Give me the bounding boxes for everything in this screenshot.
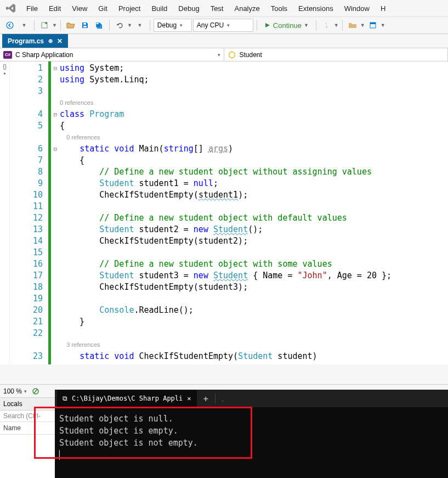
- code-line[interactable]: CheckIfStudentEmpty(student3);: [60, 282, 448, 293]
- new-item-button[interactable]: [38, 19, 51, 32]
- code-line[interactable]: class Program: [60, 109, 448, 120]
- fold-toggle[interactable]: [51, 328, 60, 339]
- code-line[interactable]: [60, 247, 448, 258]
- fold-toggle[interactable]: [51, 74, 60, 86]
- fold-toggle[interactable]: ⊟: [51, 143, 60, 155]
- code-line[interactable]: // Define a new student object without a…: [60, 166, 448, 178]
- fold-toggle[interactable]: [51, 86, 60, 97]
- fold-toggle[interactable]: [51, 247, 60, 258]
- svg-rect-2: [83, 23, 86, 25]
- fold-toggle[interactable]: [51, 235, 60, 247]
- fold-toggle[interactable]: [51, 201, 60, 212]
- code-line[interactable]: Console.ReadLine();: [60, 305, 448, 316]
- redo-button[interactable]: ▼: [133, 19, 146, 32]
- menu-project[interactable]: Project: [113, 2, 146, 15]
- no-issues-icon[interactable]: [29, 385, 42, 398]
- code-line[interactable]: Student student1 = null;: [60, 178, 448, 189]
- codelens[interactable]: 0 references: [60, 132, 448, 143]
- fold-toggle[interactable]: [51, 224, 60, 235]
- fold-toggle[interactable]: [51, 316, 60, 328]
- locals-title[interactable]: Locals: [0, 398, 55, 410]
- open-file-button[interactable]: [64, 19, 77, 32]
- config-value: Debug: [157, 21, 177, 29]
- fold-toggle[interactable]: [51, 293, 60, 305]
- config-dropdown[interactable]: Debug▾: [154, 19, 192, 32]
- code-line[interactable]: CheckIfStudentEmpty(student2);: [60, 235, 448, 247]
- menu-h[interactable]: H: [375, 2, 391, 15]
- fold-toggle[interactable]: ⊟: [51, 109, 60, 120]
- pin-icon[interactable]: ⊕: [48, 38, 53, 44]
- code-line[interactable]: }: [60, 316, 448, 328]
- menu-git[interactable]: Git: [93, 2, 113, 15]
- terminal-tab[interactable]: ⧉ C:\Bijay\Demos\C Sharp Appli ✕: [57, 390, 197, 407]
- menu-debug[interactable]: Debug: [173, 2, 205, 15]
- locals-search[interactable]: Search (Ctrl-: [0, 410, 55, 422]
- code-line[interactable]: [60, 293, 448, 305]
- fold-toggle[interactable]: [51, 120, 60, 132]
- menu-view[interactable]: View: [66, 2, 93, 15]
- codelens[interactable]: 0 references: [60, 97, 448, 109]
- menu-analyze[interactable]: Analyze: [229, 2, 265, 15]
- code-line[interactable]: [60, 86, 448, 97]
- hot-reload-button[interactable]: [320, 19, 333, 32]
- continue-button[interactable]: Continue ▼: [260, 19, 313, 32]
- line-number-gutter: 123 45 678910111213141516171819202122 23: [10, 61, 48, 364]
- menu-tools[interactable]: Tools: [265, 2, 293, 15]
- fold-toggle[interactable]: [51, 282, 60, 293]
- tab-program-cs[interactable]: Program.cs ⊕ ✕: [2, 34, 68, 48]
- zoom-dropdown[interactable]: 100 % ▾: [3, 387, 27, 395]
- codelens[interactable]: 3 references: [60, 339, 448, 351]
- terminal-dropdown-button[interactable]: ⌄: [217, 395, 228, 403]
- folder-button[interactable]: [346, 19, 359, 32]
- save-all-button[interactable]: [93, 19, 106, 32]
- code-line[interactable]: {: [60, 155, 448, 166]
- code-editor[interactable]: {}▸ 123 45 67891011121314151617181920212…: [0, 61, 448, 364]
- code-line[interactable]: static void CheckIfStudentEmpty(Student …: [60, 351, 448, 362]
- locals-column-name[interactable]: Name: [0, 422, 55, 435]
- code-line[interactable]: // Define a new student object with defa…: [60, 212, 448, 224]
- new-terminal-tab-button[interactable]: +: [198, 393, 214, 404]
- close-icon[interactable]: ✕: [57, 37, 63, 45]
- fold-toggle[interactable]: [51, 305, 60, 316]
- menu-extensions[interactable]: Extensions: [293, 2, 339, 15]
- fold-toggle[interactable]: [51, 270, 60, 282]
- fold-toggle[interactable]: [51, 155, 60, 166]
- menu-file[interactable]: File: [21, 2, 43, 15]
- menu-edit[interactable]: Edit: [43, 2, 66, 15]
- close-icon[interactable]: ✕: [187, 395, 191, 402]
- vs-logo-icon: [2, 2, 20, 15]
- code-line[interactable]: using System.Linq;: [60, 74, 448, 86]
- fold-toggle[interactable]: [51, 178, 60, 189]
- fold-toggle[interactable]: [51, 212, 60, 224]
- window-button[interactable]: [366, 19, 379, 32]
- terminal-output[interactable]: Student object is null.Student object is…: [55, 407, 448, 466]
- fold-toggle[interactable]: [51, 258, 60, 270]
- menu-window[interactable]: Window: [339, 2, 375, 15]
- undo-button[interactable]: [113, 19, 126, 32]
- code-line[interactable]: [60, 328, 448, 339]
- fold-toggle[interactable]: [51, 189, 60, 201]
- code-line[interactable]: // Define a new student object with some…: [60, 258, 448, 270]
- nav-back-button[interactable]: [3, 19, 16, 32]
- code-area[interactable]: using System;using System.Linq; 0 refere…: [60, 61, 448, 364]
- platform-value: Any CPU: [197, 21, 224, 29]
- code-line[interactable]: {: [60, 120, 448, 132]
- menu-build[interactable]: Build: [146, 2, 173, 15]
- platform-dropdown[interactable]: Any CPU▾: [193, 19, 253, 32]
- code-line[interactable]: Student student3 = new Student { Name = …: [60, 270, 448, 282]
- code-line[interactable]: CheckIfStudentEmpty(student1);: [60, 189, 448, 201]
- scope-dropdown[interactable]: C# C Sharp Application ▾: [0, 48, 224, 61]
- nav-forward-button[interactable]: ▼: [18, 19, 31, 32]
- code-line[interactable]: [60, 201, 448, 212]
- fold-toggle[interactable]: [51, 351, 60, 362]
- csharp-icon: C#: [3, 51, 12, 59]
- save-button[interactable]: [78, 19, 92, 32]
- fold-column: ⊟ ⊟ ⊟: [51, 61, 60, 364]
- code-line[interactable]: static void Main(string[] args): [60, 143, 448, 155]
- fold-toggle[interactable]: [51, 166, 60, 178]
- fold-toggle[interactable]: ⊟: [51, 63, 60, 74]
- menu-test[interactable]: Test: [205, 2, 229, 15]
- code-line[interactable]: Student student2 = new Student();: [60, 224, 448, 235]
- member-dropdown[interactable]: Student: [224, 48, 449, 61]
- code-line[interactable]: using System;: [60, 63, 448, 74]
